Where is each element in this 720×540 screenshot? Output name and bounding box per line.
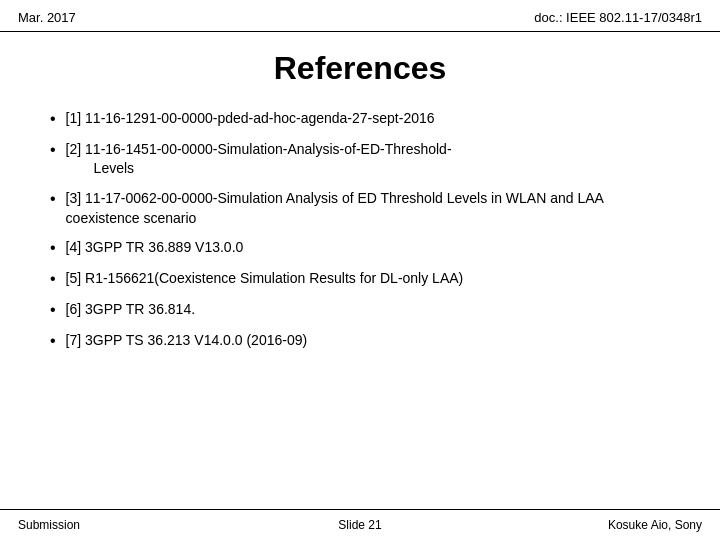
bullet-icon: • [50, 238, 56, 259]
list-item: •[4] 3GPP TR 36.889 V13.0.0 [50, 238, 680, 259]
footer-slide: Slide 21 [246, 518, 474, 532]
footer: Submission Slide 21 Kosuke Aio, Sony [0, 509, 720, 540]
header: Mar. 2017 doc.: IEEE 802.11-17/0348r1 [0, 0, 720, 32]
bullet-icon: • [50, 331, 56, 352]
reference-list: •[1] 11-16-1291-00-0000-pded-ad-hoc-agen… [50, 109, 680, 351]
ref-text: [3] 11-17-0062-00-0000-Simulation Analys… [66, 189, 680, 228]
list-item: •[7] 3GPP TS 36.213 V14.0.0 (2016-09) [50, 331, 680, 352]
page-title: References [0, 50, 720, 87]
bullet-icon: • [50, 269, 56, 290]
ref-text: [7] 3GPP TS 36.213 V14.0.0 (2016-09) [66, 331, 308, 351]
bullet-icon: • [50, 300, 56, 321]
bullet-icon: • [50, 189, 56, 210]
ref-text: [4] 3GPP TR 36.889 V13.0.0 [66, 238, 244, 258]
slide-container: Mar. 2017 doc.: IEEE 802.11-17/0348r1 Re… [0, 0, 720, 540]
list-item: •[5] R1-156621(Coexistence Simulation Re… [50, 269, 680, 290]
ref-text: [6] 3GPP TR 36.814. [66, 300, 195, 320]
list-item: •[1] 11-16-1291-00-0000-pded-ad-hoc-agen… [50, 109, 680, 130]
list-item: •[6] 3GPP TR 36.814. [50, 300, 680, 321]
list-item: •[2] 11-16-1451-00-0000-Simulation-Analy… [50, 140, 680, 179]
ref-line-1: [2] 11-16-1451-00-0000-Simulation-Analys… [66, 140, 452, 160]
header-date: Mar. 2017 [18, 10, 76, 25]
content-section: •[1] 11-16-1291-00-0000-pded-ad-hoc-agen… [0, 109, 720, 351]
ref-text: [1] 11-16-1291-00-0000-pded-ad-hoc-agend… [66, 109, 435, 129]
footer-author: Kosuke Aio, Sony [474, 518, 702, 532]
footer-submission: Submission [18, 518, 246, 532]
bullet-icon: • [50, 109, 56, 130]
bullet-icon: • [50, 140, 56, 161]
header-doc-id: doc.: IEEE 802.11-17/0348r1 [534, 10, 702, 25]
ref-text: [5] R1-156621(Coexistence Simulation Res… [66, 269, 464, 289]
list-item: •[3] 11-17-0062-00-0000-Simulation Analy… [50, 189, 680, 228]
ref-text: [2] 11-16-1451-00-0000-Simulation-Analys… [66, 140, 452, 179]
title-section: References [0, 50, 720, 87]
ref-line-2: Levels [66, 159, 452, 179]
